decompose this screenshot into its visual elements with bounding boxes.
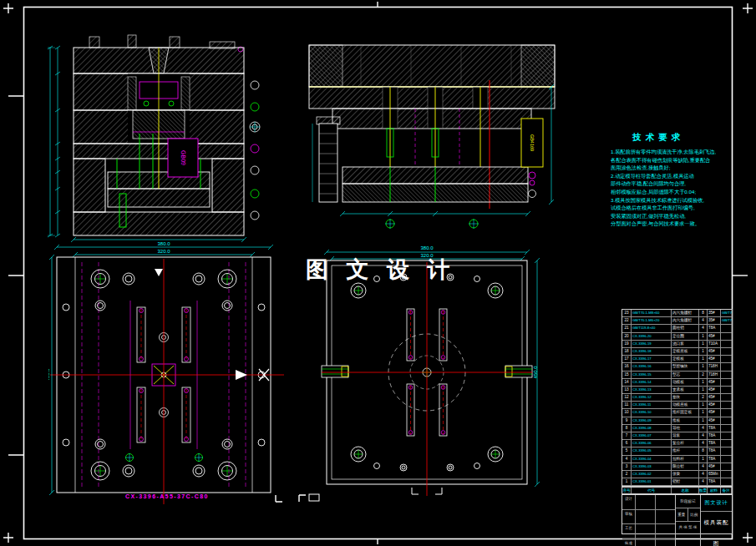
bom-row: 19 CX-3396-19 浇口套 1 T10A xyxy=(622,341,732,348)
bom-cell-code: CX-3396-08 xyxy=(632,425,672,432)
bom-cell-code: CX-3396-19 xyxy=(632,341,672,347)
bom-cell-name: 型腔镶块 xyxy=(672,363,699,370)
bom-row: 11 CX-3396-11 动模座板 1 45# xyxy=(622,402,732,409)
tech-requirement-line: 安装紧固须对正,做到平稳无松动, xyxy=(611,212,733,220)
bom-row: 17 CX-3396-17 定模板 1 45# xyxy=(622,356,732,363)
lower-slabs xyxy=(342,167,528,202)
bom-cell-name: 内六角螺钉 xyxy=(672,310,699,316)
bom-row: 5 CX-3396-05 推杆 8 T8A xyxy=(622,447,732,455)
bom-cell-material: 718H xyxy=(708,363,721,370)
bom-row: 10 CX-3396-10 推杆固定板 1 45# xyxy=(622,409,732,417)
label-approve: 批准 xyxy=(622,539,636,546)
bom-cell-remark xyxy=(721,348,732,355)
bom-cell-material: 45# xyxy=(708,394,721,401)
bom-cell-qty: 4 xyxy=(699,463,708,470)
bom-cell-no: 22 xyxy=(622,317,632,324)
tech-requirement-line: 试模合格后在模具非工作面打印编号, xyxy=(611,204,733,212)
bom-cell-qty: 4 xyxy=(699,317,708,324)
bom-cell-name: 复位杆 xyxy=(672,440,699,447)
bom-cell-material: 35# xyxy=(708,310,721,316)
bom-row: 13 CX-3396-13 支承板 1 45# xyxy=(622,387,732,394)
bom-cell-no: 5 xyxy=(622,447,632,454)
bom-cell-no: 10 xyxy=(622,409,632,416)
bom-row: 23 GB/T70.1-M8×60 内六角螺钉 8 35# GB/T70.1 xyxy=(622,310,732,317)
bom-cell-no: 14 xyxy=(622,379,632,386)
label-scale: 比例 xyxy=(688,508,701,521)
bom-cell-qty: 1 xyxy=(699,356,708,362)
bom-cell-remark xyxy=(721,417,732,424)
bom-cell-material: 718H xyxy=(708,372,721,378)
bom-cell-qty: 1 xyxy=(699,333,708,340)
bom-cell-code: CX-3396-01 xyxy=(632,478,672,485)
label-process: 工艺 xyxy=(622,524,636,538)
bom-cell-remark xyxy=(721,363,732,370)
bom-cell-material: T8A xyxy=(708,478,721,485)
bom-cell-name: 定位圈 xyxy=(672,333,699,340)
bom-header-no: 序号 xyxy=(622,488,632,493)
bom-cell-qty: 4 xyxy=(699,425,708,432)
bom-cell-no: 3 xyxy=(622,463,632,470)
watermark-text: 图 文 设 计 xyxy=(306,255,456,285)
bom-cell-remark xyxy=(721,432,732,439)
bom-cell-material: T8A xyxy=(708,432,721,439)
bom-cell-qty: 1 xyxy=(699,348,708,355)
tech-requirement-line: 分型面对合严密,与合同技术要求一致。 xyxy=(611,220,733,228)
bom-cell-name: 动模座板 xyxy=(672,402,699,408)
cylinder-label: GB4169 xyxy=(530,134,535,151)
cavity-plate xyxy=(74,73,244,110)
dim-overall-width: 380.0 xyxy=(157,241,170,246)
bom-cell-no: 13 xyxy=(622,387,632,393)
bom-cell-remark xyxy=(721,387,732,393)
bom-cell-qty: 1 xyxy=(699,341,708,347)
bom-cell-name: 圆柱销 xyxy=(672,325,699,331)
bom-cell-qty: 4 xyxy=(699,432,708,439)
bom-cell-qty: 4 xyxy=(699,440,708,447)
bom-cell-material: T8A xyxy=(708,425,721,432)
bom-cell-remark xyxy=(721,372,732,378)
technical-requirements: 技术要求 1.装配前所有零件均须清洗干净,去除毛刺飞边, 各配合表面不得有碰伤划… xyxy=(611,132,733,228)
side-pull-right xyxy=(505,366,532,377)
bom-cell-material: 45# xyxy=(708,417,721,424)
bom-table: 23 GB/T70.1-M8×60 内六角螺钉 8 35# GB/T70.1 2… xyxy=(622,309,733,487)
bom-row: 1 CX-3396-01 销钉 4 T8A xyxy=(622,478,732,486)
bom-cell-no: 11 xyxy=(622,402,632,408)
bom-row: 12 CX-3396-12 垫块 2 45# xyxy=(622,394,732,402)
bom-cell-code: CX-3396-10 xyxy=(632,409,672,416)
dim-overall-height: 450.0 xyxy=(48,368,50,382)
bom-cell-no: 8 xyxy=(622,425,632,432)
tech-requirement-line: 各配合表面不得有碰伤划痕等缺陷,重要配合 xyxy=(611,156,733,164)
bom-row: 18 CX-3396-18 定模座板 1 45# xyxy=(622,348,732,356)
bom-row: 4 CX-3396-04 拉料杆 1 T8A xyxy=(622,456,732,463)
title-block-signatures: 设计 审核 工艺 批准 xyxy=(622,495,676,546)
bom-row: 2 CX-3396-02 弹簧 4 65Mn xyxy=(622,471,732,478)
bom-cell-qty: 2 xyxy=(699,372,708,378)
dimension-right: 450.0 xyxy=(533,258,540,487)
side-hole-circles xyxy=(250,81,260,220)
title-block-middle: 阶段标记 重量 比例 共 张 第 张 xyxy=(676,495,701,546)
label-design: 设计 xyxy=(622,495,636,509)
left-cylinder xyxy=(312,117,340,202)
bom-cell-no: 12 xyxy=(622,394,632,401)
bom-cell-no: 16 xyxy=(622,363,632,370)
insert-callout-box: GB09 xyxy=(168,139,198,177)
bom-cell-no: 2 xyxy=(622,471,632,478)
bom-row: 20 CX-3396-20 定位圈 1 45# xyxy=(622,333,732,341)
insert-label: GB09 xyxy=(180,150,186,165)
section-view-side: GB4169 xyxy=(302,35,565,233)
bom-cell-qty: 4 xyxy=(699,471,708,478)
bom-cell-material: 45# xyxy=(708,402,721,408)
bom-cell-remark: GB/T70.1 xyxy=(721,310,732,316)
label-check: 审核 xyxy=(622,510,636,524)
cad-drawing-canvas: GB09 xyxy=(0,0,756,546)
bom-cell-name: 支承板 xyxy=(672,387,699,393)
bom-cell-code: CX-3396-06 xyxy=(632,440,672,447)
tech-requirements-lines: 1.装配前所有零件均须清洗干净,去除毛刺飞边, 各配合表面不得有碰伤划痕等缺陷,… xyxy=(611,148,733,228)
bom-header-row: 序号 代号 名称 数量 材料 备注 xyxy=(622,487,733,494)
bom-cell-material: 45# xyxy=(708,463,721,470)
spacer-rail-left xyxy=(74,159,105,212)
drawing-title: 模具装配图 xyxy=(701,512,732,546)
bom-cell-name: 定模板 xyxy=(672,356,699,362)
bom-cell-qty: 1 xyxy=(699,456,708,463)
tech-requirement-line: 1.装配前所有零件均须清洗干净,去除毛刺飞边, xyxy=(611,148,733,156)
bom-cell-no: 1 xyxy=(622,478,632,485)
